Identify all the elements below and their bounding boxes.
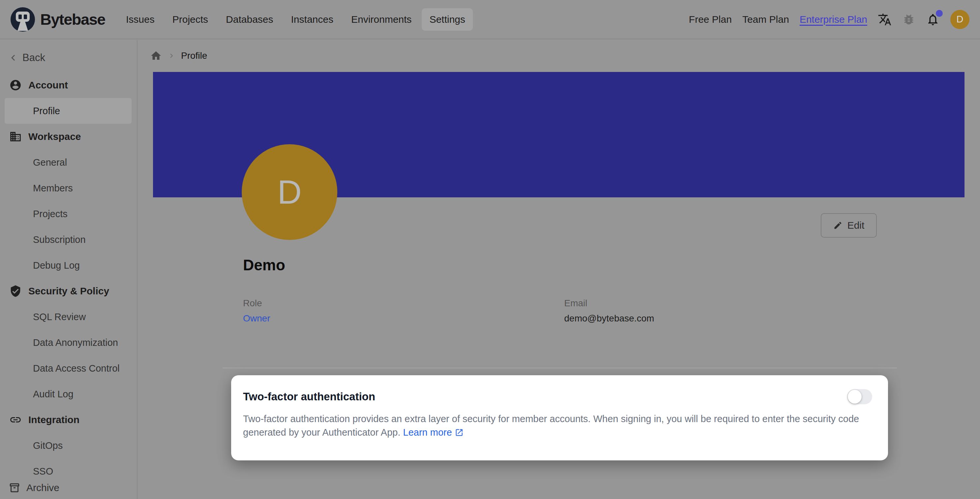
breadcrumb-current: Profile [181,51,207,61]
notifications-bell[interactable] [926,13,940,26]
sidebar-item-members[interactable]: Members [0,175,136,201]
sidebar-item-subscription[interactable]: Subscription [0,227,136,252]
learn-more-link[interactable]: Learn more [403,427,463,438]
building-icon [9,130,22,143]
nav-environments[interactable]: Environments [344,8,419,31]
topbar-right: Free Plan Team Plan Enterprise Plan D [689,10,969,29]
sidebar-item-debug-log[interactable]: Debug Log [0,252,136,278]
toggle-knob [848,390,862,403]
external-link-icon [455,428,464,437]
email-value: demo@bytebase.com [564,313,654,324]
sidebar-section-security-policy: Security & Policy [0,278,136,304]
two-factor-card: Two-factor authentication Two-factor aut… [231,375,888,461]
two-factor-toggle[interactable] [847,389,872,404]
sidebar-item-data-anonymization[interactable]: Data Anonymization [0,330,136,356]
translate-icon[interactable] [878,13,892,26]
profile-avatar: D [242,144,337,240]
archive-label: Archive [26,482,59,493]
role-label: Role [243,298,262,309]
section-divider [223,368,897,368]
email-label: Email [564,298,587,309]
sidebar-section-account: Account [0,72,136,98]
nav-databases[interactable]: Databases [218,8,281,31]
edit-profile-button[interactable]: Edit [821,213,877,238]
nav-settings[interactable]: Settings [422,8,473,31]
bytebase-logo[interactable]: Bytebase [11,7,105,32]
sidebar-section-workspace: Workspace [0,124,136,150]
enterprise-plan-link[interactable]: Enterprise Plan [800,14,867,25]
nav-issues[interactable]: Issues [118,8,162,31]
chevron-right-icon [167,51,176,60]
user-avatar[interactable]: D [950,10,969,29]
profile-name: Demo [243,256,285,274]
back-button[interactable]: Back [7,50,45,66]
home-icon[interactable] [150,50,162,62]
breadcrumb: Profile [150,48,207,63]
learn-more-label: Learn more [403,427,452,438]
two-factor-description-text: Two-factor authentication provides an ex… [243,413,859,438]
sidebar-item-general[interactable]: General [0,150,136,175]
sidebar-item-archive[interactable]: Archive [0,477,136,499]
sidebar-item-sql-review[interactable]: SQL Review [0,304,136,330]
two-factor-title: Two-factor authentication [243,391,375,403]
nav-instances[interactable]: Instances [283,8,341,31]
sidebar-item-projects[interactable]: Projects [0,201,136,227]
sidebar-item-data-access-control[interactable]: Data Access Control [0,356,136,381]
edit-label: Edit [848,220,865,231]
archive-icon [9,482,21,494]
sidebar-item-sso[interactable]: SSO [0,458,136,477]
sidebar-item-profile[interactable]: Profile [5,98,132,124]
sidebar-item-audit-log[interactable]: Audit Log [0,381,136,407]
sidebar-section-integration: Integration [0,407,136,433]
logo-text: Bytebase [40,10,105,29]
two-factor-description: Two-factor authentication provides an ex… [243,412,872,439]
sidebar-item-gitops[interactable]: GitOps [0,433,136,458]
nav-projects[interactable]: Projects [165,8,216,31]
bytebase-logo-icon [11,7,35,32]
settings-sidebar: Back Account Profile Workspace General M… [0,40,137,499]
team-plan-link[interactable]: Team Plan [742,14,789,25]
pencil-icon [833,221,843,230]
back-label: Back [22,52,45,64]
main-content: Profile D Edit Demo Role Owner Email dem… [137,40,980,499]
notification-dot [936,10,943,17]
main-nav: Issues Projects Databases Instances Envi… [118,8,473,31]
sidebar-list: Account Profile Workspace General Member… [0,72,136,477]
link-icon [9,413,22,426]
role-value-link[interactable]: Owner [243,313,270,324]
shield-check-icon [9,285,22,297]
topbar: Bytebase Issues Projects Databases Insta… [0,0,980,39]
bug-icon[interactable] [902,13,915,26]
account-icon [9,79,22,91]
free-plan-link[interactable]: Free Plan [689,14,732,25]
